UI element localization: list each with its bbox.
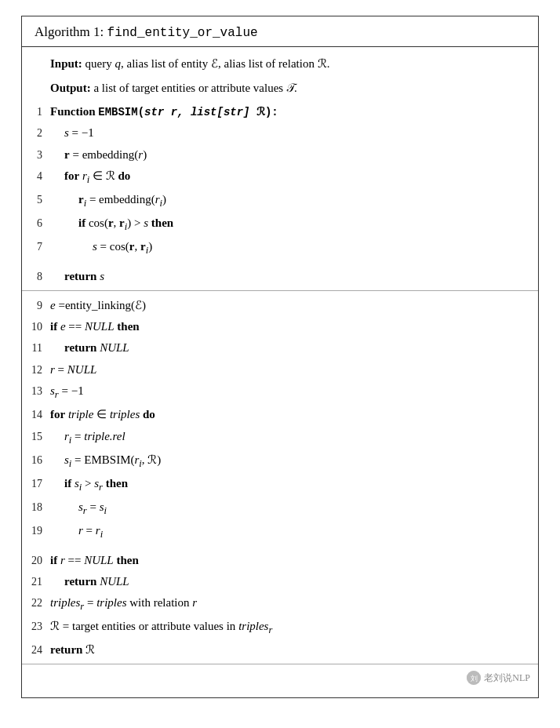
line-content: r = NULL bbox=[50, 360, 538, 379]
algorithm-title-label: Algorithm 1: bbox=[35, 24, 104, 39]
algorithm-line: 12r = NULL bbox=[22, 359, 538, 380]
algorithm-line: 16si = EMBSIM(ri, ℛ) bbox=[22, 449, 538, 472]
line-content: if si > sr then bbox=[50, 474, 538, 495]
algorithm-line: 20if r == NULL then bbox=[22, 549, 538, 570]
algorithm-line: 11return NULL bbox=[22, 337, 538, 359]
algorithm-body: Input: query q, alias list of entity ℰ, … bbox=[22, 47, 538, 697]
algorithm-line: 24return ℛ bbox=[22, 639, 538, 661]
line-content: triplesr = triples with relation r bbox=[50, 593, 538, 614]
algorithm-line: 7s = cos(r, ri) bbox=[22, 236, 538, 260]
line-content: ℛ = target entities or attribute values … bbox=[50, 617, 538, 638]
line-content: return s bbox=[50, 267, 538, 286]
algorithm-title: Algorithm 1: find_entity_or_value bbox=[35, 24, 258, 39]
line-number: 7 bbox=[22, 238, 50, 256]
line-number: 11 bbox=[22, 340, 50, 357]
line-content: sr = −1 bbox=[50, 381, 538, 402]
algorithm-line: 21return NULL bbox=[22, 570, 538, 592]
line-content: r = embedding(r) bbox=[50, 145, 538, 164]
line-content: return ℛ bbox=[50, 640, 538, 659]
line-number: 5 bbox=[22, 191, 50, 209]
line-content: if r == NULL then bbox=[50, 551, 538, 570]
line-number: 12 bbox=[22, 362, 50, 379]
algorithm-line: 4for ri ∈ ℛ do bbox=[22, 166, 538, 189]
bottom-divider bbox=[22, 664, 538, 664]
line-number: 1 bbox=[22, 104, 50, 121]
algorithm-line: 3r = embedding(r) bbox=[22, 144, 538, 165]
algorithm-line: 5ri = embedding(ri) bbox=[22, 189, 538, 213]
line-content: if cos(r, ri) > s then bbox=[50, 213, 538, 235]
line-number: 23 bbox=[22, 618, 50, 635]
lines-container: 1Function EMBSIM(str r, list[str] ℛ):2s … bbox=[22, 101, 538, 661]
line-content: return NULL bbox=[50, 338, 538, 357]
algorithm-line: 8return s bbox=[22, 266, 538, 287]
algorithm-header: Algorithm 1: find_entity_or_value bbox=[22, 16, 538, 47]
line-number: 22 bbox=[22, 595, 50, 612]
algorithm-line: 13sr = −1 bbox=[22, 380, 538, 404]
algorithm-line: 10if e == NULL then bbox=[22, 315, 538, 337]
input-label: Input: bbox=[50, 57, 82, 70]
line-number: 21 bbox=[22, 573, 50, 591]
algorithm-line: 19r = ri bbox=[22, 519, 538, 543]
line-content: return NULL bbox=[50, 572, 538, 591]
output-label: Output: bbox=[50, 82, 91, 94]
line-content: for ri ∈ ℛ do bbox=[50, 166, 538, 187]
line-number: 20 bbox=[22, 552, 50, 570]
line-number: 4 bbox=[22, 168, 50, 185]
line-content: si = EMBSIM(ri, ℛ) bbox=[50, 450, 538, 471]
line-number: 17 bbox=[22, 475, 50, 493]
line-number: 8 bbox=[22, 268, 50, 286]
algorithm-name: find_entity_or_value bbox=[107, 26, 258, 40]
line-content: Function EMBSIM(str r, list[str] ℛ): bbox=[50, 102, 538, 121]
algorithm-line: 17if si > sr then bbox=[22, 472, 538, 496]
line-content: for triple ∈ triples do bbox=[50, 405, 538, 424]
line-number: 10 bbox=[22, 318, 50, 336]
line-number: 18 bbox=[22, 499, 50, 516]
algorithm-line: 1Function EMBSIM(str r, list[str] ℛ): bbox=[22, 101, 538, 122]
line-content: sr = si bbox=[50, 497, 538, 519]
section-divider bbox=[22, 290, 538, 291]
line-content: if e == NULL then bbox=[50, 317, 538, 336]
input-text: query q, alias list of entity ℰ, alias l… bbox=[85, 57, 330, 70]
algorithm-line: 2s = −1 bbox=[22, 122, 538, 144]
line-number: 2 bbox=[22, 125, 50, 142]
line-content: r = ri bbox=[50, 521, 538, 542]
algorithm-line: 6if cos(r, ri) > s then bbox=[22, 213, 538, 236]
algorithm-line: 18sr = si bbox=[22, 496, 538, 519]
line-number: 9 bbox=[22, 297, 50, 315]
algorithm-line: 15ri = triple.rel bbox=[22, 425, 538, 449]
svg-text:刘: 刘 bbox=[471, 675, 478, 682]
algorithm-line: 23ℛ = target entities or attribute value… bbox=[22, 616, 538, 639]
algorithm-box: Algorithm 1: find_entity_or_value Input:… bbox=[21, 16, 539, 698]
line-number: 13 bbox=[22, 383, 50, 400]
algorithm-line: 22triplesr = triples with relation r bbox=[22, 592, 538, 616]
output-text: a list of target entities or attribute v… bbox=[93, 82, 296, 94]
line-content: s = −1 bbox=[50, 123, 538, 142]
watermark: 刘 老刘说NLP bbox=[22, 668, 538, 690]
algorithm-line: 14for triple ∈ triples do bbox=[22, 404, 538, 425]
line-content: s = cos(r, ri) bbox=[50, 237, 538, 258]
line-content: ri = triple.rel bbox=[50, 427, 538, 448]
line-number: 14 bbox=[22, 406, 50, 424]
line-content: e =entity_linking(ℰ) bbox=[50, 296, 538, 315]
watermark-text: 老刘说NLP bbox=[484, 672, 530, 685]
input-block: Input: query q, alias list of entity ℰ, … bbox=[22, 52, 538, 76]
output-block: Output: a list of target entities or att… bbox=[22, 76, 538, 100]
line-number: 19 bbox=[22, 522, 50, 540]
algorithm-line: 9e =entity_linking(ℰ) bbox=[22, 294, 538, 315]
line-content: ri = embedding(ri) bbox=[50, 190, 538, 211]
watermark-icon: 刘 bbox=[467, 671, 481, 685]
line-number: 16 bbox=[22, 452, 50, 469]
line-number: 15 bbox=[22, 428, 50, 446]
line-number: 3 bbox=[22, 147, 50, 164]
line-number: 24 bbox=[22, 642, 50, 659]
line-number: 6 bbox=[22, 215, 50, 232]
